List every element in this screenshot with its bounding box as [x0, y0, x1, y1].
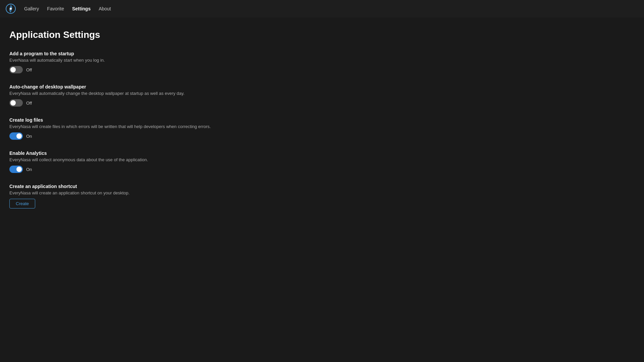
setting-analytics: Enable Analytics EveryNasa will collect …	[9, 149, 635, 173]
setting-wallpaper-description: EveryNasa will automatically change the …	[9, 91, 635, 96]
setting-shortcut-description: EveryNasa will create an application sho…	[9, 190, 635, 195]
navbar: Gallery Favorite Settings About	[0, 0, 644, 17]
svg-point-1	[10, 8, 12, 10]
setting-startup-toggle-row: Off	[9, 66, 635, 73]
setting-startup-description: EverNasa will automatically start when y…	[9, 58, 635, 63]
setting-wallpaper: Auto-change of desktop wallpaper EveryNa…	[9, 83, 635, 107]
analytics-toggle-slider	[9, 166, 23, 173]
setting-wallpaper-toggle-row: Off	[9, 99, 635, 107]
setting-startup: Add a program to the startup EverNasa wi…	[9, 51, 635, 73]
setting-startup-title: Add a program to the startup	[9, 51, 635, 56]
setting-analytics-description: EveryNasa will collect anonymous data ab…	[9, 157, 635, 162]
setting-log-files-title: Create log files	[9, 117, 635, 123]
setting-analytics-title: Enable Analytics	[9, 150, 635, 156]
startup-toggle-label: Off	[26, 67, 32, 72]
analytics-toggle-label: On	[26, 167, 32, 172]
analytics-toggle[interactable]	[9, 166, 23, 173]
wallpaper-toggle[interactable]	[9, 99, 23, 107]
startup-toggle[interactable]	[9, 66, 23, 73]
nav-settings[interactable]: Settings	[72, 5, 91, 13]
setting-log-files-toggle-row: On	[9, 132, 635, 140]
nav-about[interactable]: About	[99, 5, 111, 13]
setting-wallpaper-title: Auto-change of desktop wallpaper	[9, 84, 635, 89]
setting-log-files-description: EveryNasa will create files in which err…	[9, 124, 635, 129]
main-content: Application Settings Add a program to th…	[0, 17, 644, 230]
setting-shortcut: Create an application shortcut EveryNasa…	[9, 182, 635, 208]
app-logo	[5, 3, 16, 14]
setting-log-files: Create log files EveryNasa will create f…	[9, 116, 635, 140]
setting-analytics-toggle-row: On	[9, 166, 635, 173]
wallpaper-toggle-slider	[9, 99, 23, 107]
log-files-toggle-slider	[9, 132, 23, 140]
wallpaper-toggle-label: Off	[26, 101, 32, 106]
setting-shortcut-title: Create an application shortcut	[9, 184, 635, 189]
log-files-toggle[interactable]	[9, 132, 23, 140]
nav-favorite[interactable]: Favorite	[47, 5, 64, 13]
log-files-toggle-label: On	[26, 134, 32, 139]
nav-gallery[interactable]: Gallery	[24, 5, 39, 13]
create-shortcut-button[interactable]: Create	[9, 199, 35, 208]
page-title: Application Settings	[9, 29, 635, 40]
startup-toggle-slider	[9, 66, 23, 73]
